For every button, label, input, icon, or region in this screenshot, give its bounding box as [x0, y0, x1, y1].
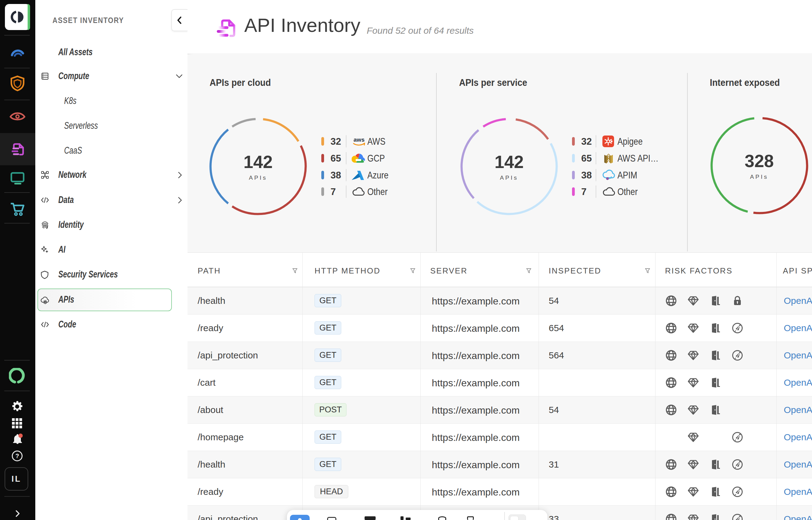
svg-text:aws: aws	[353, 136, 365, 143]
svg-text:?: ?	[15, 452, 19, 459]
